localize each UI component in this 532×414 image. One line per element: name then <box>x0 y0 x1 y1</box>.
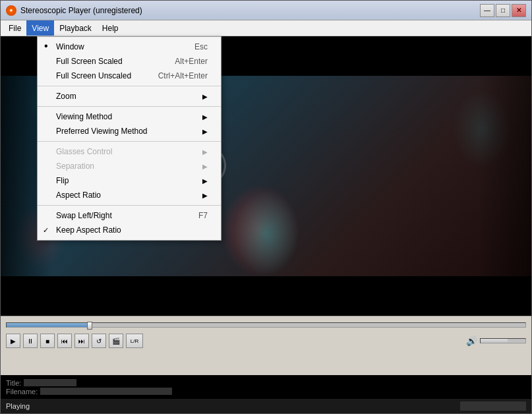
maximize-button[interactable]: □ <box>496 4 510 17</box>
menu-item-window[interactable]: • Window Esc <box>38 40 221 54</box>
checkmark-icon: ✓ <box>43 226 49 235</box>
menu-file[interactable]: File <box>3 20 26 36</box>
seek-bar[interactable] <box>6 322 526 328</box>
menu-playback[interactable]: Playback <box>54 20 97 36</box>
menu-item-fs-unscaled-shortcut: Ctrl+Alt+Enter <box>158 71 208 80</box>
filename-value <box>40 388 172 395</box>
app-icon: ● <box>6 5 16 16</box>
title-bar: ● Stereoscopic Player (unregistered) — □… <box>1 1 531 20</box>
pause-button[interactable]: ⏸ <box>23 334 38 348</box>
status-right <box>460 401 526 411</box>
view-dropdown-menu: • Window Esc Full Screen Scaled Alt+Ente… <box>37 36 222 241</box>
menu-item-zoom[interactable]: Zoom ▶ <box>38 89 221 104</box>
menu-item-zoom-label: Zoom <box>56 92 200 101</box>
title-value <box>24 379 76 386</box>
minimize-button[interactable]: — <box>480 4 494 17</box>
video-bottom-bar <box>1 276 531 316</box>
seek-thumb[interactable] <box>87 322 92 330</box>
menu-help[interactable]: Help <box>97 20 124 36</box>
menu-item-aspect-label: Aspect Ratio <box>56 191 200 200</box>
volume-slider[interactable] <box>480 338 526 343</box>
filename-info-row: Filename: <box>6 388 526 396</box>
seek-fill <box>7 323 90 327</box>
menu-item-separation-label: Separation <box>56 162 200 171</box>
close-button[interactable]: ✕ <box>512 4 526 17</box>
snapshot-button[interactable]: 🎬 <box>109 334 123 348</box>
separation-arrow-icon: ▶ <box>202 163 208 170</box>
separator-2 <box>38 106 221 107</box>
dropdown-content: • Window Esc Full Screen Scaled Alt+Ente… <box>37 36 222 241</box>
filename-label: Filename: <box>6 388 38 396</box>
menu-item-flip-label: Flip <box>56 176 200 185</box>
transport-row: ▶ ⏸ ■ ⏮ ⏭ ↺ 🎬 L/R 🔊 <box>1 330 531 352</box>
title-label: Title: <box>6 379 21 387</box>
menu-item-fs-unscaled-label: Full Screen Unscaled <box>56 71 145 80</box>
main-window: ● Stereoscopic Player (unregistered) — □… <box>0 0 532 414</box>
menu-item-separation: Separation ▶ <box>38 159 221 173</box>
ghost-cyan <box>233 191 299 276</box>
lr-button[interactable]: L/R <box>126 334 143 348</box>
prev-button[interactable]: ⏮ <box>57 334 72 348</box>
volume-area: 🔊 <box>466 336 526 346</box>
menu-item-aspect-ratio[interactable]: Aspect Ratio ▶ <box>38 188 221 202</box>
zoom-arrow-icon: ▶ <box>202 93 208 100</box>
flip-arrow-icon: ▶ <box>202 177 208 185</box>
menu-item-swap-label: Swap Left/Right <box>56 211 185 220</box>
aspect-arrow-icon: ▶ <box>202 192 208 199</box>
menu-item-preferred-viewing-method[interactable]: Preferred Viewing Method ▶ <box>38 124 221 138</box>
volume-fill <box>481 339 508 343</box>
menu-item-swap-shortcut: F7 <box>198 211 208 220</box>
menu-item-fs-scaled-shortcut: Alt+Enter <box>175 57 208 66</box>
menu-item-swap-lr[interactable]: Swap Left/Right F7 <box>38 208 221 223</box>
menu-view[interactable]: View <box>26 20 54 36</box>
scene-right-dark <box>479 76 531 276</box>
stop-button[interactable]: ■ <box>40 334 55 348</box>
status-text: Playing <box>6 402 30 410</box>
window-title: Stereoscopic Player (unregistered) <box>20 6 142 15</box>
play-button[interactable]: ▶ <box>6 334 20 348</box>
status-bar: Playing <box>1 399 531 413</box>
menu-item-window-label: Window <box>56 42 181 51</box>
bullet-icon: • <box>44 41 48 51</box>
preferred-viewing-arrow-icon: ▶ <box>202 128 208 135</box>
controls-area: ▶ ⏸ ■ ⏮ ⏭ ↺ 🎬 L/R 🔊 <box>1 316 531 375</box>
menu-item-viewing-method[interactable]: Viewing Method ▶ <box>38 109 221 124</box>
menu-bar: File View Playback Help • Window Esc Ful… <box>1 20 531 36</box>
menu-item-viewing-method-label: Viewing Method <box>56 112 200 121</box>
menu-item-glasses-control: Glasses Control ▶ <box>38 144 221 159</box>
title-buttons: — □ ✕ <box>480 4 526 17</box>
separator-3 <box>38 141 221 142</box>
menu-item-fullscreen-scaled[interactable]: Full Screen Scaled Alt+Enter <box>38 54 221 69</box>
viewing-method-arrow-icon: ▶ <box>202 113 208 121</box>
info-bar: Title: Filename: <box>1 375 531 399</box>
menu-item-preferred-viewing-label: Preferred Viewing Method <box>56 127 200 136</box>
seek-bar-container <box>1 316 531 330</box>
menu-item-keep-aspect[interactable]: ✓ Keep Aspect Ratio <box>38 223 221 237</box>
volume-icon: 🔊 <box>466 336 477 346</box>
title-info-row: Title: <box>6 379 526 387</box>
menu-item-keep-aspect-label: Keep Aspect Ratio <box>56 225 208 235</box>
next-button[interactable]: ⏭ <box>74 334 89 348</box>
menu-item-fs-scaled-label: Full Screen Scaled <box>56 57 162 66</box>
glasses-arrow-icon: ▶ <box>202 148 208 156</box>
title-bar-left: ● Stereoscopic Player (unregistered) <box>6 5 142 16</box>
menu-item-window-shortcut: Esc <box>194 42 208 51</box>
menu-item-fullscreen-unscaled[interactable]: Full Screen Unscaled Ctrl+Alt+Enter <box>38 69 221 83</box>
rewind-button[interactable]: ↺ <box>92 334 106 348</box>
menu-item-glasses-label: Glasses Control <box>56 147 200 156</box>
separator-4 <box>38 205 221 206</box>
separator-1 <box>38 86 221 86</box>
menu-item-flip[interactable]: Flip ▶ <box>38 173 221 188</box>
